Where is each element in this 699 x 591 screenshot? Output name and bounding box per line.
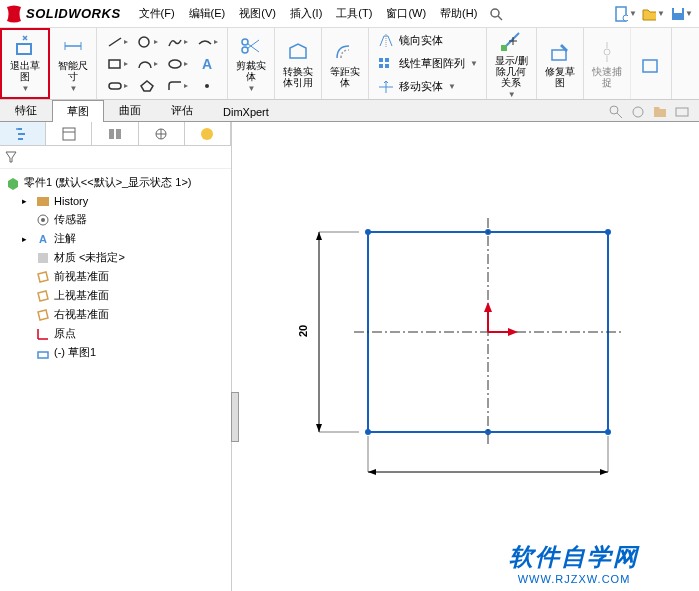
new-doc-button[interactable]: ▼ — [613, 3, 637, 25]
tree-material[interactable]: 材质 <未指定> — [4, 248, 227, 267]
repair-button[interactable]: 修复草 图 — [543, 38, 577, 90]
tab-sketch[interactable]: 草图 — [52, 100, 104, 122]
search-view-icon[interactable] — [607, 103, 625, 121]
tree-top-plane[interactable]: 上视基准面 — [4, 286, 227, 305]
tree-sensor[interactable]: 传感器 — [4, 210, 227, 229]
tree-sketch1[interactable]: (-) 草图1 — [4, 343, 227, 362]
panel-tab-dim[interactable] — [139, 122, 185, 145]
text-tool[interactable]: A — [193, 54, 221, 74]
save-button[interactable]: ▼ — [669, 3, 693, 25]
panel-tab-config[interactable] — [92, 122, 138, 145]
circle-tool[interactable]: ▸ — [133, 32, 161, 52]
book-icon[interactable] — [651, 103, 669, 121]
polygon-tool[interactable] — [133, 76, 161, 96]
display-delete-button[interactable]: 显示/删 除几何 关系 ▼ — [493, 27, 530, 101]
line-tool[interactable]: ▸ — [103, 32, 131, 52]
convert-button[interactable]: 转换实 体引用 — [281, 38, 315, 90]
tree-front-plane[interactable]: 前视基准面 — [4, 267, 227, 286]
logo-icon — [4, 5, 24, 23]
svg-marker-75 — [600, 469, 608, 475]
filter-row — [0, 146, 231, 169]
view-icon[interactable] — [673, 103, 691, 121]
svg-rect-43 — [116, 129, 121, 139]
panel-tab-property[interactable] — [46, 122, 92, 145]
linear-pattern-button[interactable]: 线性草图阵列▼ — [377, 53, 478, 75]
smart-dim-group: 智能尺 寸 ▼ — [50, 28, 97, 99]
panel-tabs — [0, 122, 231, 146]
repair-icon — [548, 40, 572, 64]
offset-button[interactable]: 等距实 体 — [328, 38, 362, 90]
spline-tool[interactable]: ▸ — [163, 32, 191, 52]
svg-point-62 — [605, 229, 611, 235]
plane-icon — [36, 289, 50, 303]
point-tool[interactable] — [193, 76, 221, 96]
svg-rect-25 — [385, 64, 389, 68]
tree-right-plane[interactable]: 右视基准面 — [4, 305, 227, 324]
trim-button[interactable]: 剪裁实 体 ▼ — [234, 32, 268, 95]
relations-icon — [499, 29, 523, 53]
slot-tool[interactable]: ▸ — [103, 76, 131, 96]
scissors-icon — [239, 34, 263, 58]
rect-tool[interactable]: ▸ — [103, 54, 131, 74]
menu-help[interactable]: 帮助(H) — [434, 2, 483, 25]
tab-evaluate[interactable]: 评估 — [156, 99, 208, 121]
svg-rect-22 — [379, 58, 383, 62]
last-button[interactable] — [637, 50, 665, 78]
svg-rect-51 — [38, 253, 48, 263]
relations-group: 显示/删 除几何 关系 ▼ — [487, 28, 537, 99]
panel-tab-tree[interactable] — [0, 122, 46, 145]
tab-surface[interactable]: 曲面 — [104, 99, 156, 121]
tab-features[interactable]: 特征 — [0, 99, 52, 121]
open-doc-button[interactable]: ▼ — [641, 3, 665, 25]
menu-tools[interactable]: 工具(T) — [330, 2, 378, 25]
tree-history[interactable]: ▸History — [4, 192, 227, 210]
sketch-drawing: 20 — [299, 222, 659, 572]
plane-icon — [36, 270, 50, 284]
svg-rect-24 — [379, 64, 383, 68]
sensor-icon — [36, 213, 50, 227]
menu-file[interactable]: 文件(F) — [133, 2, 181, 25]
tree-annotation[interactable]: ▸A注解 — [4, 229, 227, 248]
svg-rect-54 — [38, 352, 48, 358]
arc-tool[interactable]: ▸ — [133, 54, 161, 74]
svg-point-0 — [491, 9, 499, 17]
sketch-origin-icon — [484, 302, 518, 336]
svg-rect-34 — [643, 60, 657, 72]
material-icon — [36, 251, 50, 265]
svg-point-37 — [633, 107, 643, 117]
svg-point-3 — [623, 15, 628, 21]
graphics-area[interactable]: 20 — [239, 122, 699, 591]
svg-point-16 — [205, 84, 209, 88]
last-icon — [639, 52, 663, 76]
tree-root[interactable]: 零件1 (默认<<默认>_显示状态 1>) — [4, 173, 227, 192]
ribbon: 退出草 图 ▼ 智能尺 寸 ▼ ▸ ▸ ▸ ▸ ▸ ▸ ▸ A ▸ ▸ 剪裁实 — [0, 28, 699, 100]
feature-tree: 零件1 (默认<<默认>_显示状态 1>) ▸History 传感器 ▸A注解 … — [0, 169, 231, 591]
spline-tool2[interactable]: ▸ — [193, 32, 221, 52]
svg-rect-30 — [552, 50, 566, 60]
menu-view[interactable]: 视图(V) — [233, 2, 282, 25]
svg-rect-6 — [17, 44, 31, 54]
menu-search-icon[interactable] — [489, 7, 503, 21]
filter-icon[interactable] — [4, 150, 227, 164]
move-button[interactable]: 移动实体▼ — [377, 76, 456, 98]
svg-point-13 — [169, 60, 181, 68]
ellipse-tool[interactable]: ▸ — [163, 54, 191, 74]
tab-dimxpert[interactable]: DimXpert — [208, 102, 284, 121]
quick-snap-button: 快速捕 捉 — [590, 38, 624, 90]
exit-sketch-button[interactable]: 退出草 图 ▼ — [8, 32, 42, 95]
mirror-button[interactable]: 镜向实体 — [377, 30, 443, 52]
svg-rect-38 — [676, 108, 688, 116]
menu-insert[interactable]: 插入(I) — [284, 2, 328, 25]
splitter-handle[interactable] — [231, 392, 239, 442]
tree-origin[interactable]: 原点 — [4, 324, 227, 343]
panel-tab-appearance[interactable] — [185, 122, 231, 145]
zoom-icon[interactable] — [629, 103, 647, 121]
fillet-tool[interactable]: ▸ — [163, 76, 191, 96]
command-tabs: 特征 草图 曲面 评估 DimXpert — [0, 100, 699, 122]
menu-window[interactable]: 窗口(W) — [380, 2, 432, 25]
menu-edit[interactable]: 编辑(E) — [183, 2, 232, 25]
smart-dim-button[interactable]: 智能尺 寸 ▼ — [56, 32, 90, 95]
history-icon — [36, 194, 50, 208]
svg-point-17 — [242, 39, 248, 45]
app-logo: SOLIDWORKS — [4, 5, 121, 23]
